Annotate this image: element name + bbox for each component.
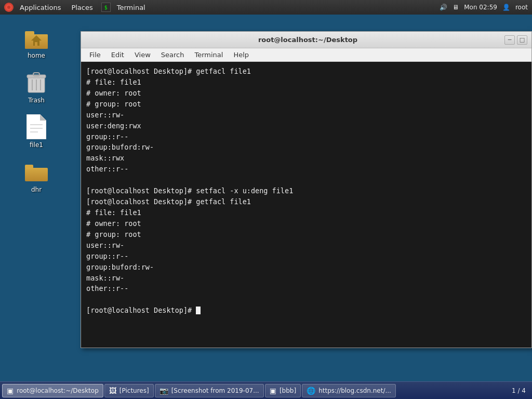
trash-icon — [24, 70, 49, 95]
taskbar-url-label: https://blog.csdn.net/... — [318, 387, 391, 394]
terminal-content[interactable]: [root@localhost Desktop]# getfacl file1 … — [81, 62, 531, 348]
desktop-icon-file1[interactable]: file1 — [13, 114, 60, 149]
svg-marker-15 — [40, 114, 46, 121]
taskbar-item-terminal[interactable]: ▣ root@localhost:~/Desktop — [2, 384, 103, 397]
svg-rect-19 — [25, 168, 48, 181]
taskbar-url-icon: 🌐 — [307, 387, 315, 395]
taskbar-pagination: 1 / 4 — [508, 387, 530, 394]
user-icon: 👤 — [502, 4, 510, 11]
taskbar-pictures-icon: 🖼 — [109, 387, 116, 395]
terminal-view-menu[interactable]: View — [130, 50, 155, 60]
home-icon-label: home — [28, 52, 45, 59]
svg-rect-7 — [35, 42, 37, 46]
terminal-titlebar: root@localhost:~/Desktop ─ □ — [81, 32, 531, 48]
dhr-icon-label: dhr — [31, 186, 42, 193]
terminal-window: root@localhost:~/Desktop ─ □ File Edit V… — [81, 31, 532, 348]
dhr-folder-icon — [24, 159, 49, 184]
maximize-button[interactable]: □ — [517, 35, 527, 45]
desktop-icon-dhr[interactable]: dhr — [13, 159, 60, 193]
svg-rect-20 — [25, 165, 33, 169]
taskbar-bbb-label: [bbb] — [280, 387, 296, 394]
file1-icon-label: file1 — [30, 141, 43, 149]
taskbar-bbb-icon: ▣ — [270, 387, 276, 395]
taskbar-screenshot-icon: 📷 — [159, 387, 168, 395]
terminal-terminal-menu[interactable]: Terminal — [190, 50, 227, 60]
terminal-menubar: File Edit View Search Terminal Help — [81, 48, 531, 62]
home-folder-icon — [24, 25, 49, 50]
top-bar-right: 🔊 🖥 Mon 02:59 👤 root — [440, 4, 528, 11]
desktop-icon-home[interactable]: home — [13, 25, 60, 59]
taskbar-screenshot-label: [Screenshot from 2019-07... — [171, 387, 259, 394]
svg-rect-10 — [33, 73, 39, 76]
file1-icon — [24, 114, 49, 139]
taskbar-terminal-icon: ▣ — [7, 387, 14, 395]
terminal-cursor — [196, 307, 201, 314]
taskbar-terminal-label: root@localhost:~/Desktop — [17, 387, 99, 394]
taskbar-pictures-label: [Pictures] — [119, 387, 149, 394]
taskbar-item-pictures[interactable]: 🖼 [Pictures] — [104, 384, 154, 397]
trash-icon-label: Trash — [28, 97, 45, 104]
clock: Mon 02:59 — [464, 4, 497, 11]
terminal-help-menu[interactable]: Help — [229, 50, 253, 60]
applications-menu[interactable]: Applications — [16, 3, 65, 12]
wm-buttons: ─ □ — [504, 35, 527, 45]
top-bar: Applications Places $ Terminal 🔊 🖥 Mon 0… — [0, 0, 532, 15]
minimize-button[interactable]: ─ — [504, 35, 515, 45]
taskbar-item-screenshot[interactable]: 📷 [Screenshot from 2019-07... — [155, 384, 264, 397]
terminal-window-title: root@localhost:~/Desktop — [111, 36, 504, 44]
pagination-text: 1 / 4 — [512, 387, 526, 394]
os-logo — [4, 3, 14, 12]
taskbar-item-url[interactable]: 🌐 https://blog.csdn.net/... — [302, 384, 396, 397]
svg-rect-4 — [25, 31, 34, 35]
display-icon[interactable]: 🖥 — [453, 4, 459, 11]
terminal-menu[interactable]: Terminal — [113, 3, 150, 12]
terminal-search-menu[interactable]: Search — [157, 50, 189, 60]
taskbar: ▣ root@localhost:~/Desktop 🖼 [Pictures] … — [0, 381, 532, 399]
terminal-edit-menu[interactable]: Edit — [107, 50, 128, 60]
places-menu[interactable]: Places — [67, 3, 97, 12]
username: root — [515, 4, 528, 11]
volume-icon[interactable]: 🔊 — [440, 4, 447, 11]
top-bar-left: Applications Places $ Terminal — [4, 3, 150, 12]
desktop-icon-trash[interactable]: Trash — [13, 70, 60, 104]
taskbar-item-bbb[interactable]: ▣ [bbb] — [265, 384, 301, 397]
terminal-file-menu[interactable]: File — [85, 50, 105, 60]
svg-point-1 — [7, 6, 10, 9]
desktop: home Trash — [0, 15, 73, 399]
